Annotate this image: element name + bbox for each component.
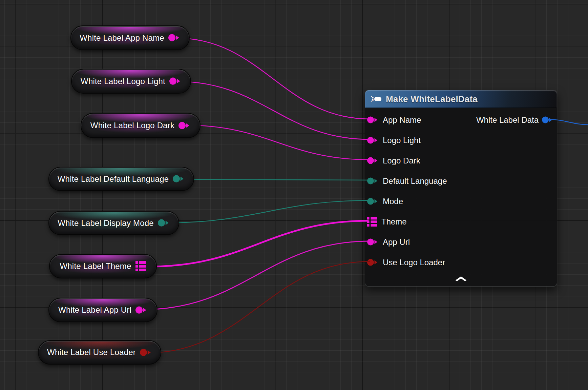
wire-white-label-app-name[interactable] (175, 38, 370, 119)
chevron-up-icon (455, 276, 467, 281)
wire-white-label-default-language[interactable] (180, 179, 370, 180)
pin-row-logo-light: Logo Light (365, 130, 557, 151)
pin-row-app-name: App Name White Label Data (365, 110, 557, 130)
pin-rows: App Name White Label Data Logo Light Log… (365, 108, 557, 273)
pin-row-use-logo-loader: Use Logo Loader (365, 252, 557, 273)
collapse-node-button[interactable] (452, 275, 470, 284)
input-pin-label: App Url (383, 237, 410, 247)
variable-node-label: White Label App Name (80, 33, 164, 43)
string-pin[interactable] (168, 34, 181, 41)
enum-pin[interactable] (173, 175, 185, 182)
wire-white-label-use-loader[interactable] (146, 261, 370, 353)
string-pin[interactable] (169, 77, 182, 85)
variable-node-label: White Label Logo Light (81, 77, 165, 86)
variable-node-white-label-app-url[interactable]: White Label App Url (48, 298, 158, 322)
wire-white-label-logo-dark[interactable] (185, 125, 370, 160)
variable-node-label: White Label Default Language (58, 174, 169, 184)
wire-white-label-display-mode[interactable] (165, 200, 370, 223)
input-pin-label: Logo Light (383, 136, 421, 145)
variable-node-white-label-logo-dark[interactable]: White Label Logo Dark (81, 113, 201, 138)
make-struct-icon: ↘↗ (370, 96, 381, 102)
variable-node-label: White Label Display Mode (58, 218, 154, 228)
make-node-title: Make WhiteLabelData (386, 94, 478, 104)
variable-node-label: White Label Use Loader (47, 348, 136, 357)
make-whitelabeldata-node[interactable]: ↘↗ Make WhiteLabelData App Name White La… (365, 90, 557, 287)
string-pin[interactable] (135, 306, 148, 314)
string-pin[interactable] (367, 137, 379, 144)
input-pin-label: Use Logo Loader (383, 258, 445, 267)
pin-row-mode: Mode (365, 191, 557, 212)
variable-node-white-label-default-language[interactable]: White Label Default Language (48, 167, 194, 191)
string-pin[interactable] (367, 157, 379, 164)
variable-node-white-label-display-mode[interactable]: White Label Display Mode (48, 211, 179, 235)
variable-node-white-label-app-name[interactable]: White Label App Name (70, 25, 190, 50)
pin-row-app-url: App Url (365, 232, 557, 252)
struct-grid-icon-pin[interactable] (367, 217, 377, 227)
pin-row-default-language: Default Language (365, 171, 557, 191)
wire-white-label-app-url[interactable] (142, 241, 370, 310)
enum-pin[interactable] (158, 219, 170, 227)
bool-pin[interactable] (367, 259, 379, 266)
variable-node-white-label-theme[interactable]: White Label Theme (49, 254, 157, 278)
output-pin-group: White Label Data (476, 115, 553, 125)
input-pin-label: Default Language (383, 176, 447, 186)
object-pin[interactable] (542, 116, 553, 123)
pin-row-logo-dark: Logo Dark (365, 151, 557, 171)
variable-node-white-label-use-loader[interactable]: White Label Use Loader (38, 340, 161, 365)
input-pin-label: App Name (383, 115, 421, 125)
output-pin-label: White Label Data (476, 115, 539, 125)
blueprint-canvas[interactable]: ↘↗ Make WhiteLabelData App Name White La… (0, 0, 588, 390)
enum-pin[interactable] (367, 198, 379, 205)
variable-node-label: White Label Theme (60, 261, 131, 271)
bool-pin[interactable] (140, 349, 152, 356)
wire-white-label-logo-light[interactable] (176, 81, 370, 139)
wire-white-label-theme[interactable] (149, 221, 369, 267)
variable-node-label: White Label App Url (58, 305, 131, 315)
enum-pin[interactable] (367, 177, 379, 184)
input-pin-label: Mode (383, 197, 403, 206)
struct-grid-icon-pin[interactable] (135, 261, 146, 272)
input-pin-label: Logo Dark (383, 156, 420, 165)
pin-row-theme: Theme (365, 212, 557, 232)
variable-node-label: White Label Logo Dark (90, 121, 174, 130)
input-pin-label: Theme (381, 217, 407, 227)
make-node-header[interactable]: ↘↗ Make WhiteLabelData (365, 90, 557, 108)
variable-node-white-label-logo-light[interactable]: White Label Logo Light (71, 69, 191, 94)
string-pin[interactable] (367, 238, 379, 246)
string-pin[interactable] (178, 122, 191, 129)
string-pin[interactable] (367, 116, 379, 123)
